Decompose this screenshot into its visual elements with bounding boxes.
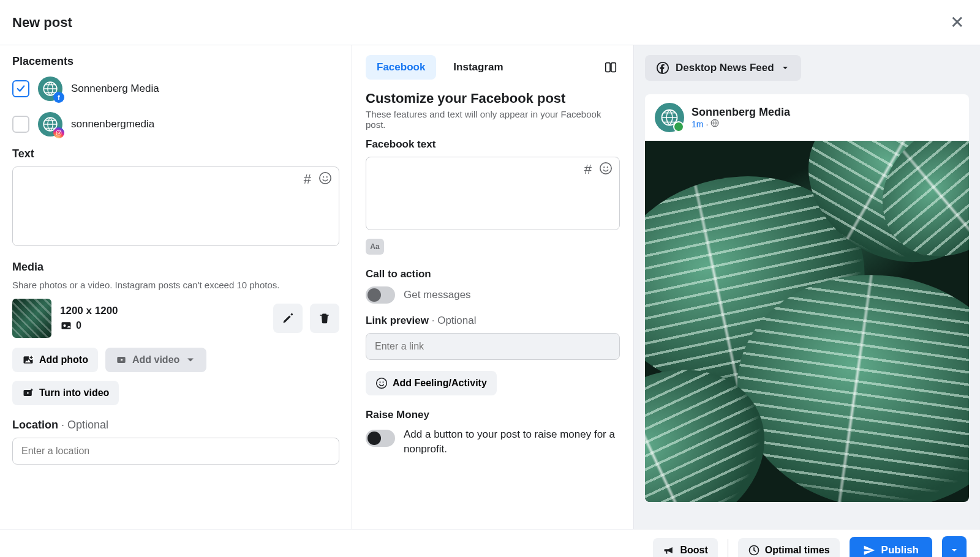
add-feeling-label: Add Feeling/Activity bbox=[393, 378, 487, 389]
location-input[interactable] bbox=[12, 438, 339, 465]
photo-plus-icon bbox=[22, 354, 34, 366]
text-heading: Text bbox=[12, 148, 339, 160]
globe-icon bbox=[710, 119, 719, 129]
facebook-badge-icon: f bbox=[53, 92, 64, 103]
svg-point-7 bbox=[326, 176, 328, 178]
emoji-icon[interactable] bbox=[318, 171, 332, 189]
preview-page-name: Sonnenberg Media bbox=[692, 106, 790, 119]
raise-heading: Raise Money bbox=[366, 409, 620, 421]
facebook-text-input[interactable] bbox=[366, 157, 620, 230]
add-video-button[interactable]: Add video bbox=[105, 348, 206, 372]
location-heading: Location bbox=[12, 419, 58, 431]
publish-dropdown-button[interactable] bbox=[942, 536, 967, 558]
middle-column: Facebook Instagram Customize your Facebo… bbox=[352, 45, 634, 529]
separator bbox=[728, 539, 728, 558]
footer-actions: Boost Optimal times Publish bbox=[0, 529, 980, 557]
svg-point-5 bbox=[320, 173, 331, 184]
preview-mode-label: Desktop News Feed bbox=[676, 62, 774, 74]
preview-column: Desktop News Feed Sonnenberg Media 1m · bbox=[634, 45, 980, 529]
caret-down-icon bbox=[780, 63, 790, 73]
preview-mode-selector[interactable]: Desktop News Feed bbox=[645, 55, 801, 81]
svg-point-6 bbox=[323, 176, 324, 178]
hashtag-icon[interactable]: # bbox=[584, 162, 592, 179]
page-title: New post bbox=[12, 15, 72, 31]
placement-facebook[interactable]: f Sonnenberg Media bbox=[12, 77, 339, 101]
clock-icon bbox=[748, 544, 760, 556]
media-desc: Share photos or a video. Instagram posts… bbox=[12, 280, 339, 290]
add-photo-button[interactable]: Add photo bbox=[12, 348, 98, 372]
tag-icon bbox=[60, 320, 72, 332]
svg-rect-14 bbox=[606, 63, 610, 72]
placements-heading: Placements bbox=[12, 55, 339, 68]
instagram-badge-icon bbox=[53, 127, 64, 138]
close-icon[interactable]: ✕ bbox=[946, 9, 968, 36]
turn-into-video-button[interactable]: Turn into video bbox=[12, 381, 119, 405]
post-preview-card: Sonnenberg Media 1m · bbox=[645, 94, 969, 502]
avatar-instagram bbox=[38, 112, 62, 136]
turn-into-video-label: Turn into video bbox=[39, 387, 109, 398]
pencil-icon bbox=[282, 312, 294, 324]
comparison-toggle-icon[interactable] bbox=[601, 58, 620, 77]
media-heading: Media bbox=[12, 261, 339, 274]
get-messages-toggle[interactable] bbox=[366, 286, 395, 304]
tab-facebook[interactable]: Facebook bbox=[366, 55, 436, 80]
fb-text-heading: Facebook text bbox=[366, 138, 620, 151]
svg-rect-15 bbox=[611, 63, 616, 72]
tab-instagram[interactable]: Instagram bbox=[442, 55, 514, 80]
cta-heading: Call to action bbox=[366, 268, 620, 280]
edit-media-button[interactable] bbox=[273, 304, 303, 333]
media-thumbnail[interactable] bbox=[12, 299, 51, 338]
megaphone-icon bbox=[663, 544, 675, 556]
video-icon bbox=[115, 354, 127, 366]
add-photo-label: Add photo bbox=[39, 354, 88, 365]
publish-label: Publish bbox=[881, 544, 919, 556]
caret-down-icon bbox=[184, 354, 197, 366]
checkbox-instagram[interactable] bbox=[12, 116, 29, 133]
send-icon bbox=[863, 544, 875, 556]
delete-media-button[interactable] bbox=[310, 304, 339, 333]
text-style-button[interactable]: Aa bbox=[366, 239, 384, 255]
placement-instagram[interactable]: sonnenbergmedia bbox=[12, 112, 339, 136]
hashtag-icon[interactable]: # bbox=[304, 171, 311, 189]
raise-money-toggle[interactable] bbox=[366, 430, 395, 447]
boost-button[interactable]: Boost bbox=[653, 538, 717, 558]
svg-point-3 bbox=[58, 132, 59, 133]
add-video-label: Add video bbox=[132, 354, 179, 365]
caret-down-icon bbox=[949, 545, 959, 555]
cta-label: Get messages bbox=[404, 289, 471, 301]
post-text-input[interactable] bbox=[12, 166, 339, 246]
link-preview-heading: Link preview bbox=[366, 315, 429, 326]
preview-image bbox=[645, 141, 969, 502]
svg-point-20 bbox=[380, 381, 381, 383]
emoji-icon[interactable] bbox=[599, 162, 612, 179]
svg-point-18 bbox=[607, 166, 608, 168]
customize-title: Customize your Facebook post bbox=[366, 91, 620, 107]
publish-button[interactable]: Publish bbox=[850, 537, 932, 558]
svg-point-9 bbox=[63, 324, 66, 327]
svg-point-16 bbox=[600, 163, 611, 174]
optional-label: Optional bbox=[67, 419, 108, 431]
svg-rect-8 bbox=[62, 322, 71, 329]
facebook-circle-icon bbox=[656, 61, 669, 75]
optional-label: Optional bbox=[437, 315, 476, 326]
svg-point-19 bbox=[377, 378, 387, 389]
placement-label: Sonnenberg Media bbox=[71, 83, 159, 95]
optimal-times-button[interactable]: Optimal times bbox=[738, 538, 840, 558]
left-column: Placements f Sonnenberg Media sonnenberg… bbox=[0, 45, 352, 529]
preview-avatar bbox=[655, 103, 684, 132]
video-sparkle-icon bbox=[22, 387, 34, 399]
checkbox-facebook[interactable] bbox=[12, 80, 29, 97]
preview-time: 1m bbox=[692, 119, 703, 129]
placement-label: sonnenbergmedia bbox=[71, 118, 154, 130]
trash-icon bbox=[318, 312, 331, 324]
svg-point-21 bbox=[383, 381, 384, 383]
customize-desc: These features and text will only appear… bbox=[366, 109, 620, 130]
add-feeling-button[interactable]: Add Feeling/Activity bbox=[366, 371, 497, 395]
link-input[interactable] bbox=[366, 333, 620, 360]
optimal-label: Optimal times bbox=[765, 545, 830, 556]
avatar-facebook: f bbox=[38, 77, 62, 101]
media-dimensions: 1200 x 1200 bbox=[60, 305, 118, 317]
emoji-icon bbox=[375, 377, 388, 389]
raise-desc: Add a button to your post to raise money… bbox=[404, 427, 620, 457]
boost-label: Boost bbox=[680, 545, 707, 556]
